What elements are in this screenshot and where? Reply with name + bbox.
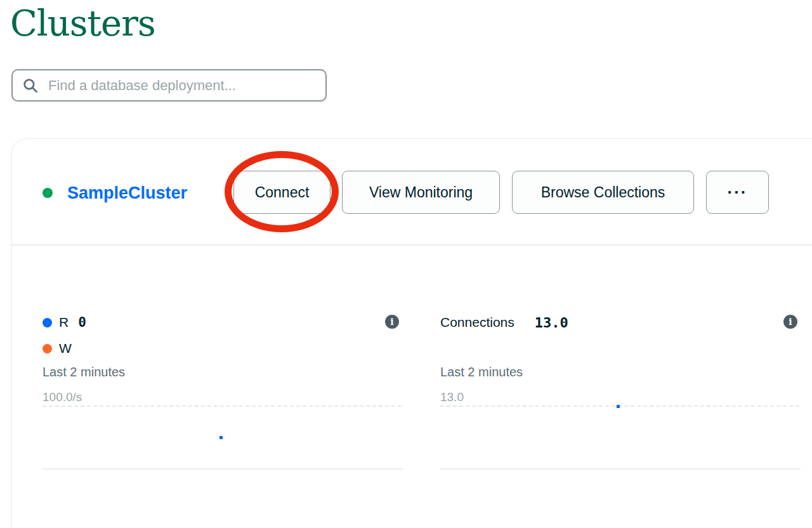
connections-info-icon[interactable]: i: [783, 315, 797, 329]
search-box[interactable]: [11, 69, 327, 102]
write-legend-dot-icon: [43, 344, 52, 353]
page-title: Clusters: [10, 3, 155, 44]
view-monitoring-button[interactable]: View Monitoring: [342, 171, 500, 214]
search-icon: [22, 77, 39, 95]
write-legend-label: W: [59, 341, 72, 356]
operations-info-icon[interactable]: i: [385, 315, 399, 329]
operations-plot: [43, 406, 402, 468]
more-options-button[interactable]: ···: [706, 171, 769, 214]
connections-current-value: 13.0: [535, 315, 568, 331]
cluster-name-link[interactable]: SampleCluster: [67, 183, 187, 203]
cluster-status-dot: [43, 188, 53, 198]
connections-title: Connections: [440, 315, 514, 330]
operations-window-label: Last 2 minutes: [43, 365, 125, 380]
data-point: [219, 436, 223, 439]
connections-scale-label: 13.0: [440, 390, 464, 404]
connections-baseline: [440, 468, 801, 470]
connections-plot: [440, 406, 799, 468]
operations-baseline: [43, 468, 403, 470]
browse-collections-button[interactable]: Browse Collections: [512, 171, 694, 214]
connections-window-label: Last 2 minutes: [440, 365, 523, 380]
data-point: [617, 405, 620, 408]
card-divider: [12, 244, 812, 246]
connections-header: Connections 13.0: [440, 315, 568, 330]
legend-row-read: R 0: [43, 315, 86, 330]
read-legend-dot-icon: [43, 318, 52, 327]
read-current-value: 0: [78, 315, 86, 330]
connect-button[interactable]: Connect: [233, 171, 331, 214]
search-input[interactable]: [48, 77, 317, 94]
legend-row-write: W: [43, 341, 72, 356]
cluster-card: SampleCluster Connect View Monitoring Br…: [11, 138, 812, 528]
operations-scale-label: 100.0/s: [43, 390, 82, 404]
read-legend-label: R: [59, 315, 69, 330]
